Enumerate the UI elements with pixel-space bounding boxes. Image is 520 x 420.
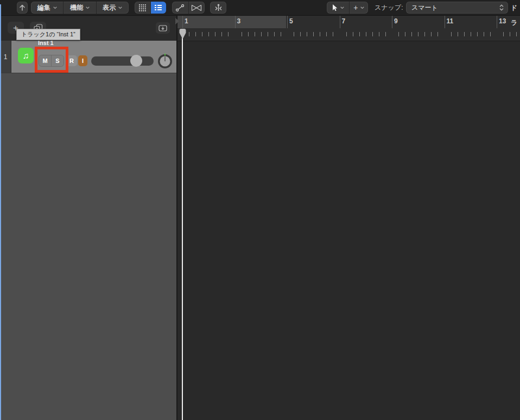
beat-tick bbox=[516, 32, 517, 36]
track-number: 1 bbox=[0, 41, 11, 73]
chevron-down-icon bbox=[118, 7, 122, 9]
automation-button[interactable] bbox=[172, 2, 189, 14]
beat-tick bbox=[484, 32, 484, 36]
chevron-down-icon bbox=[340, 7, 344, 9]
beat-tick bbox=[255, 32, 255, 36]
arrow-up-icon bbox=[18, 4, 26, 11]
window-edge-accent bbox=[0, 4, 1, 420]
back-up-button[interactable] bbox=[17, 2, 28, 14]
bar-number: 11 bbox=[447, 17, 454, 25]
bar-number: 7 bbox=[342, 17, 346, 25]
crossfade-button[interactable] bbox=[189, 2, 205, 14]
pan-knob[interactable] bbox=[157, 53, 173, 69]
pan-knob-icon bbox=[157, 53, 173, 69]
beat-tick bbox=[326, 32, 327, 36]
tools-group bbox=[172, 2, 205, 14]
bar-number: 13 bbox=[499, 17, 506, 25]
beat-tick bbox=[490, 32, 491, 36]
functions-menu-label: 機能 bbox=[70, 3, 83, 12]
beat-tick bbox=[300, 32, 301, 36]
chevron-down-icon bbox=[360, 7, 364, 9]
music-note-icon: ♫ bbox=[23, 51, 29, 61]
beat-tick bbox=[418, 32, 418, 36]
beat-tick bbox=[379, 32, 379, 36]
plus-tool-icon: + bbox=[353, 4, 358, 11]
track-row[interactable]: 1 ♫ Inst 1 M S R I bbox=[0, 41, 176, 73]
list-view-button[interactable] bbox=[151, 2, 167, 14]
volume-slider[interactable] bbox=[91, 56, 154, 66]
beat-tick bbox=[464, 32, 465, 36]
playhead-line[interactable] bbox=[182, 31, 183, 420]
beat-tick bbox=[189, 32, 189, 36]
chevron-down-icon bbox=[86, 7, 90, 9]
beat-tick bbox=[274, 32, 275, 36]
beat-tick bbox=[307, 32, 307, 36]
empty-track-area[interactable] bbox=[0, 73, 176, 420]
beat-tick bbox=[281, 32, 281, 36]
beat-tick bbox=[208, 32, 209, 36]
beat-tick bbox=[437, 32, 438, 36]
bar-number: 3 bbox=[237, 17, 241, 25]
bar-number: 5 bbox=[289, 17, 293, 25]
patch-cable-icon bbox=[175, 4, 185, 12]
bar-gridline bbox=[497, 15, 497, 28]
beat-tick bbox=[503, 32, 504, 36]
beat-tick bbox=[228, 32, 229, 36]
beat-tick bbox=[202, 32, 202, 36]
beat-tick bbox=[451, 32, 452, 36]
secondary-tool-button[interactable]: + bbox=[350, 2, 368, 14]
catch-playhead-icon bbox=[214, 4, 223, 11]
view-mode-group bbox=[135, 2, 166, 14]
instrument-track-icon[interactable]: ♫ bbox=[18, 48, 34, 63]
chevron-down-icon bbox=[53, 7, 57, 9]
bar-number: 9 bbox=[394, 17, 398, 25]
playhead-icon bbox=[179, 28, 187, 40]
beat-tick bbox=[294, 32, 294, 36]
beat-tick bbox=[411, 32, 412, 36]
beat-tick bbox=[471, 32, 471, 36]
beat-tick bbox=[346, 32, 347, 36]
crossfade-icon bbox=[191, 4, 202, 11]
bar-gridline bbox=[392, 15, 392, 28]
ruler-highlight-region bbox=[177, 15, 286, 28]
beat-tick bbox=[268, 32, 268, 36]
beat-tick bbox=[477, 32, 478, 36]
beat-tick bbox=[333, 32, 333, 36]
beat-tick bbox=[372, 32, 373, 36]
ruler-ticks[interactable] bbox=[177, 28, 520, 41]
snap-dropdown[interactable]: スマート bbox=[406, 2, 508, 14]
logic-pro-window: 編集 機能 表示 bbox=[0, 0, 520, 420]
tooltip: トラック1の “Inst 1” bbox=[16, 29, 80, 40]
track-list-icon bbox=[154, 4, 162, 11]
view-menu-button[interactable]: 表示 bbox=[97, 2, 129, 14]
beat-tick bbox=[431, 32, 432, 36]
ruler-bar-row[interactable]: 135791113 bbox=[177, 15, 520, 28]
grid-view-button[interactable] bbox=[135, 2, 151, 14]
snap-label: スナップ: bbox=[375, 0, 403, 15]
beat-tick bbox=[366, 32, 366, 36]
beat-tick bbox=[510, 32, 510, 36]
triangle-right-icon bbox=[175, 18, 180, 24]
beat-tick bbox=[261, 32, 262, 36]
pointer-tools-group: + bbox=[327, 2, 368, 14]
track-header-panel: + 1 ♫ Inst 1 M bbox=[0, 15, 176, 420]
timeline-area[interactable]: 135791113 bbox=[177, 15, 520, 420]
bar-gridline bbox=[445, 15, 445, 28]
ruler-left-marker bbox=[175, 17, 180, 27]
top-toolbar: 編集 機能 表示 bbox=[0, 0, 520, 16]
beat-tick bbox=[458, 32, 458, 36]
input-monitoring-button[interactable]: I bbox=[78, 55, 87, 66]
beat-tick bbox=[405, 32, 405, 36]
beat-tick bbox=[359, 32, 360, 36]
beat-tick bbox=[221, 32, 222, 36]
beat-tick bbox=[215, 32, 215, 36]
hide-track-headers-button[interactable] bbox=[156, 22, 170, 34]
catch-playhead-button[interactable] bbox=[210, 2, 226, 14]
track-name[interactable]: Inst 1 bbox=[38, 41, 54, 46]
functions-menu-button[interactable]: 機能 bbox=[64, 2, 96, 14]
updown-chevrons-icon bbox=[499, 4, 508, 11]
volume-slider-knob[interactable] bbox=[130, 55, 142, 67]
pointer-tool-button[interactable] bbox=[327, 2, 350, 14]
playhead-marker[interactable] bbox=[179, 28, 187, 42]
edit-menu-button[interactable]: 編集 bbox=[31, 2, 64, 14]
